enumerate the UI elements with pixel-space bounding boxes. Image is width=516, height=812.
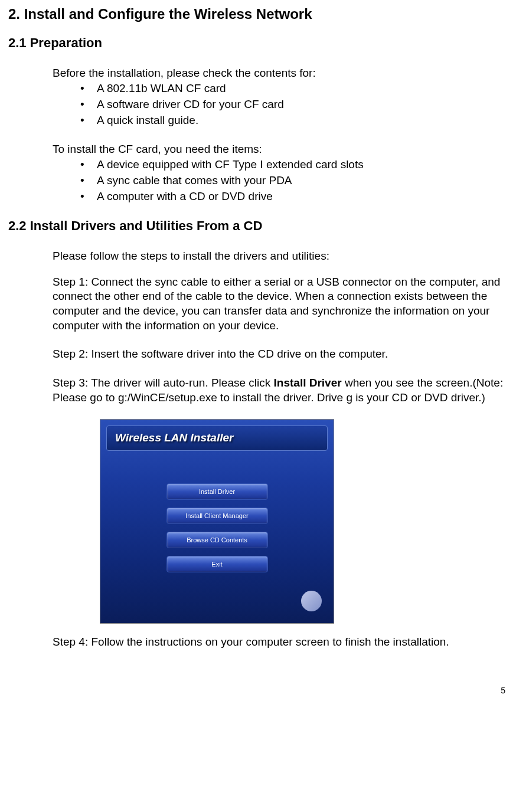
step-3-text-a: Step 3: The driver will auto-run. Please…: [53, 376, 274, 389]
installer-screenshot: Wireless LAN Installer Install Driver In…: [100, 419, 334, 624]
exit-button[interactable]: Exit: [166, 556, 268, 572]
installer-title: Wireless LAN Installer: [115, 431, 233, 444]
step-3: Step 3: The driver will auto-run. Please…: [53, 376, 508, 405]
install-driver-button[interactable]: Install Driver: [166, 483, 268, 500]
installer-title-bar: Wireless LAN Installer: [106, 425, 328, 451]
list-item: A quick install guide.: [97, 113, 508, 128]
list-item: A device equipped with CF Type I extende…: [97, 158, 508, 172]
preparation-intro-2: To install the CF card, you need the ite…: [53, 142, 508, 157]
list-item: A sync cable that comes with your PDA: [97, 173, 508, 188]
subsection-heading-2-2: 2.2 Install Drivers and Utilities From a…: [8, 218, 508, 235]
step-4: Step 4: Follow the instructions on your …: [53, 635, 508, 650]
install-intro: Please follow the steps to install the d…: [53, 249, 508, 264]
browse-cd-contents-button[interactable]: Browse CD Contents: [166, 532, 268, 548]
list-item: A computer with a CD or DVD drive: [97, 189, 508, 204]
list-item: A software driver CD for your CF card: [97, 97, 508, 112]
step-3-bold: Install Driver: [274, 376, 342, 389]
page-number: 5: [8, 685, 505, 696]
globe-icon: [301, 591, 322, 611]
list-item: A 802.11b WLAN CF card: [97, 81, 508, 96]
preparation-intro-1: Before the installation, please check th…: [53, 66, 508, 81]
step-2: Step 2: Insert the software driver into …: [53, 347, 508, 362]
subsection-heading-2-1: 2.1 Preparation: [8, 35, 508, 52]
section-heading: 2. Install and Configure the Wireless Ne…: [8, 5, 508, 23]
install-client-manager-button[interactable]: Install Client Manager: [166, 508, 268, 524]
step-1: Step 1: Connect the sync cable to either…: [53, 275, 508, 333]
